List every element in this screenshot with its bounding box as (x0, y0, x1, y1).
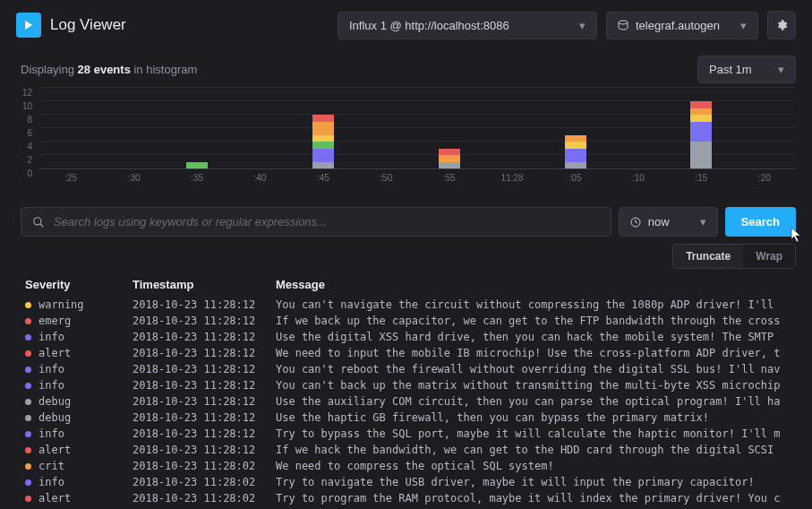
x-tick: :10 (632, 173, 645, 183)
cursor-icon (791, 227, 803, 246)
bar-segment-info (312, 149, 334, 162)
cell-message: You can't back up the matrix without tra… (276, 379, 796, 392)
cell-timestamp: 2018-10-23 11:28:12 (132, 315, 276, 327)
database-dropdown[interactable]: telegraf.autogen ▾ (606, 12, 758, 39)
histogram-bar[interactable] (186, 162, 208, 169)
y-tick: 12 (16, 89, 32, 102)
bar-segment-emerg (439, 149, 460, 156)
y-tick: 8 (16, 116, 32, 129)
y-tick: 2 (16, 156, 32, 169)
cell-severity: emerg (25, 315, 132, 327)
table-row[interactable]: info2018-10-23 11:28:12Use the digital X… (25, 329, 796, 345)
table-row[interactable]: alert2018-10-23 11:28:12If we hack the b… (25, 442, 796, 458)
now-label: now (648, 215, 670, 229)
play-icon (23, 20, 34, 30)
cell-message: Use the digital XSS hard drive, then you… (276, 331, 796, 343)
cell-message: We need to input the mobile IB microchip… (276, 347, 796, 359)
cell-severity: alert (25, 347, 132, 359)
cell-message: If we hack the bandwidth, we can get to … (276, 444, 796, 456)
x-tick: :35 (191, 173, 203, 183)
bar-segment-info (690, 122, 712, 142)
cell-message: We need to compress the optical SQL syst… (276, 460, 796, 472)
cell-message: Try to navigate the USB driver, maybe it… (276, 476, 796, 488)
cell-timestamp: 2018-10-23 11:28:12 (132, 347, 276, 359)
severity-dot (25, 431, 31, 437)
col-timestamp[interactable]: Timestamp (132, 278, 276, 291)
table-row[interactable]: emerg2018-10-23 11:28:12If we back up th… (25, 313, 796, 329)
table-row[interactable]: warning2018-10-23 11:28:12You can't navi… (25, 297, 796, 313)
timerange-dropdown[interactable]: Past 1m ▾ (697, 56, 796, 83)
histogram-bar[interactable] (690, 101, 712, 168)
cell-severity: info (25, 379, 132, 392)
table-row[interactable]: alert2018-10-23 11:28:02Try to program t… (25, 490, 796, 506)
time-now-dropdown[interactable]: now ▾ (619, 207, 718, 237)
histogram-bar[interactable] (312, 115, 334, 168)
table-row[interactable]: info2018-10-23 11:28:12Try to bypass the… (25, 426, 796, 442)
cell-severity: info (25, 427, 132, 440)
datasource-dropdown[interactable]: Influx 1 @ http://localhost:8086 ▾ (338, 12, 597, 39)
x-tick: :50 (380, 173, 392, 183)
cell-message: You can't navigate the circuit without c… (276, 298, 796, 311)
col-message[interactable]: Message (276, 278, 796, 291)
col-severity[interactable]: Severity (25, 278, 132, 291)
table-row[interactable]: crit2018-10-23 11:28:02We need to compre… (25, 458, 796, 474)
table-row[interactable]: info2018-10-23 11:28:02Try to navigate t… (25, 474, 796, 490)
x-tick: 11:28 (501, 173, 524, 183)
cell-timestamp: 2018-10-23 11:28:12 (132, 363, 276, 375)
severity-dot (25, 334, 31, 341)
bar-segment-alert (565, 135, 586, 142)
table-row[interactable]: debug2018-10-23 11:28:12Use the auxiliar… (25, 393, 796, 410)
settings-button[interactable] (767, 11, 796, 39)
severity-dot (25, 350, 31, 357)
bar-segment-emerg (312, 115, 334, 122)
clock-icon (630, 217, 641, 228)
y-tick: 10 (16, 102, 32, 116)
log-table: Severity Timestamp Message warning2018-1… (0, 278, 812, 506)
cell-timestamp: 2018-10-23 11:28:12 (132, 331, 276, 343)
cell-severity: info (25, 476, 132, 488)
bar-segment-alert (690, 108, 712, 116)
x-tick: :25 (64, 173, 77, 183)
table-row[interactable]: alert2018-10-23 11:28:12We need to input… (25, 345, 796, 361)
play-button[interactable] (16, 13, 41, 38)
search-box[interactable] (21, 207, 611, 237)
cell-timestamp: 2018-10-23 11:28:02 (132, 476, 276, 488)
bar-segment-warning (186, 162, 208, 169)
cell-severity: crit (25, 460, 132, 472)
histogram-bar[interactable] (565, 135, 586, 169)
chevron-down-icon: ▾ (740, 19, 747, 32)
severity-dot (25, 447, 31, 453)
wrap-toggle[interactable]: Wrap (743, 245, 795, 268)
severity-dot (25, 318, 31, 324)
search-button[interactable]: Search (725, 207, 796, 237)
x-tick: :55 (443, 173, 456, 183)
cell-message: Use the haptic GB firewall, then you can… (276, 411, 796, 424)
timerange-label: Past 1m (709, 63, 752, 76)
datasource-label: Influx 1 @ http://localhost:8086 (349, 19, 509, 32)
x-tick: :20 (758, 173, 771, 183)
x-tick: :45 (317, 173, 329, 183)
table-row[interactable]: info2018-10-23 11:28:12You can't reboot … (25, 361, 796, 377)
x-tick: :05 (569, 173, 582, 183)
severity-dot (25, 463, 31, 470)
severity-dot (25, 479, 31, 486)
search-icon (32, 216, 45, 229)
cell-message: You can't reboot the firewall without ov… (276, 363, 796, 375)
database-label: telegraf.autogen (636, 19, 720, 32)
table-row[interactable]: info2018-10-23 11:28:12You can't back up… (25, 377, 796, 393)
bar-segment-emerg (690, 101, 712, 108)
bar-segment-warning (312, 142, 334, 149)
table-row[interactable]: debug2018-10-23 11:28:12Use the haptic G… (25, 410, 796, 426)
histogram-bar[interactable] (439, 149, 460, 169)
truncate-toggle[interactable]: Truncate (673, 245, 743, 268)
search-input[interactable] (54, 215, 600, 229)
cell-timestamp: 2018-10-23 11:28:02 (132, 492, 276, 505)
cell-message: If we back up the capacitor, we can get … (276, 315, 796, 327)
cell-timestamp: 2018-10-23 11:28:12 (132, 427, 276, 440)
gear-icon (775, 19, 788, 31)
cell-timestamp: 2018-10-23 11:28:12 (132, 379, 276, 392)
cell-severity: warning (25, 298, 132, 311)
bar-segment-alert (312, 122, 334, 135)
severity-dot (25, 383, 31, 389)
bar-segment-crit (312, 135, 334, 142)
